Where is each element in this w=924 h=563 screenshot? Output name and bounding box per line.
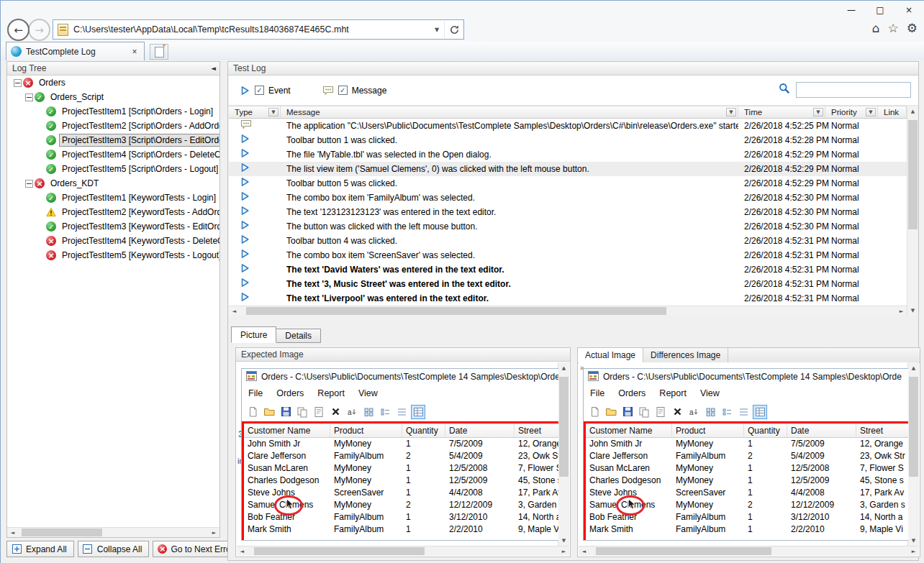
properties-icon[interactable] [653,405,668,419]
save-icon[interactable] [620,405,635,419]
log-row[interactable]: The button was clicked with the left mou… [229,219,907,234]
new-document-icon[interactable] [587,405,602,419]
large-icons-view-icon[interactable] [703,405,717,419]
grid-column-quantity[interactable]: Quantity [402,424,445,437]
details-view-icon[interactable] [411,405,425,419]
scroll-thumb[interactable] [559,377,569,477]
scroll-left-icon[interactable]: ◄ [237,546,248,556]
new-tab-button[interactable] [150,44,168,60]
menu-item-report[interactable]: Report [311,388,352,398]
sort-icon[interactable]: a [687,405,701,419]
actual-vscrollbar[interactable]: ▲▼ [907,362,919,546]
log-row[interactable]: The file 'MyTable.tbl' was selected in t… [229,147,907,162]
properties-icon[interactable] [312,405,326,419]
scroll-left-icon[interactable]: ◄ [579,546,589,556]
log-vscrollbar[interactable]: ▲▼ [907,106,918,316]
log-row[interactable]: The text '3, Music Street' was entered i… [229,277,907,291]
log-row[interactable]: The text 'Liverpool' was entered in the … [229,291,907,306]
tree-item[interactable]: ProjectTestItem2 [KeywordTests - AddOrde… [7,205,219,219]
grid-row[interactable]: Clare JeffersonFamilyAlbum25/4/200923, O… [584,450,908,462]
log-tree-hscrollbar[interactable]: ◄► [7,527,219,537]
open-icon[interactable] [604,405,618,419]
menu-item-view[interactable]: View [694,388,727,398]
grid-column-date[interactable]: Date [445,424,515,437]
log-row[interactable]: The text '123123123123' was entered in t… [229,205,907,219]
tab-differences-image[interactable]: Differences Image [643,348,728,362]
column-header-link[interactable]: Link [878,106,907,118]
scroll-down-icon[interactable]: ▼ [908,535,919,546]
tab-actual-image[interactable]: Actual Image [578,348,643,362]
scroll-left-icon[interactable]: ◄ [7,528,18,537]
list-view-icon[interactable] [736,405,751,419]
grid-row[interactable]: John Smith JrMyMoney17/5/200912, Orange [584,438,908,450]
close-icon[interactable]: × [894,2,923,18]
save-icon[interactable] [278,405,293,419]
tree-item[interactable]: ×ProjectTestItem4 [KeywordTests - Delete… [7,234,219,248]
scroll-left-icon[interactable]: ◄ [229,306,240,316]
scroll-track[interactable] [18,528,209,537]
grid-column-customer-name[interactable]: Customer Name [244,424,330,437]
menu-item-file[interactable]: File [242,388,270,398]
scroll-track[interactable] [558,373,569,535]
details-view-icon[interactable] [753,405,767,419]
filter-dropdown-icon[interactable]: ▼ [813,108,823,116]
actual-hscrollbar[interactable]: ◄► [579,546,919,556]
tree-item[interactable]: ✓Orders_Script [7,90,219,104]
column-header-type[interactable]: Type▼ [229,106,281,118]
log-row[interactable]: The text 'David Waters' was entered in t… [229,262,907,277]
scroll-track[interactable] [907,116,918,305]
grid-row[interactable]: John Smith JrMyMoney17/5/200912, Orange [242,438,558,450]
delete-icon[interactable] [328,405,343,419]
copy-icon[interactable] [295,405,309,419]
grid-row[interactable]: Clare JeffersonFamilyAlbum25/4/200923, O… [242,450,558,462]
address-bar[interactable]: C:\Users\tester\AppData\Local\Temp\tcRes… [53,19,464,40]
tree-item[interactable]: ✓ProjectTestItem1 [Script\Orders - Login… [7,104,219,119]
tree-collapse-expander[interactable] [14,79,22,87]
grid-column-customer-name[interactable]: Customer Name [586,424,672,437]
scroll-thumb[interactable] [246,307,666,315]
grid-row[interactable]: Mark SmithFamilyAlbum12/2/20109, Maple V… [242,523,558,536]
log-row[interactable]: Toolbar button 4 was clicked.2/26/2018 4… [229,234,907,248]
settings-icon[interactable]: ⚙ [907,21,918,35]
menu-item-file[interactable]: File [584,388,612,398]
browser-tab[interactable]: TestComplete Log × [6,42,145,60]
grid-row[interactable]: Susan McLarenMyMoney112/5/20087, Flower … [584,462,908,475]
maximize-icon[interactable]: □ [866,2,894,18]
log-row[interactable]: The combo box item 'ScreenSaver' was sel… [229,248,907,262]
favorites-icon[interactable]: ☆ [888,21,899,35]
scroll-track[interactable] [908,373,919,535]
filter-dropdown-icon[interactable]: ▼ [268,108,278,116]
expected-hscrollbar[interactable]: ◄► [237,546,569,556]
forward-icon[interactable]: → [28,19,50,41]
log-row[interactable]: The combo box item 'FamilyAlbum' was sel… [229,191,907,205]
grid-row[interactable]: Charles DodgesonMyMoney112/5/200945, Sto… [242,475,558,487]
grid-column-street[interactable]: Street [515,424,558,437]
menu-item-orders[interactable]: Orders [270,388,311,398]
log-row[interactable]: The list view item ('Samuel Clemens', 0)… [229,162,907,176]
sort-icon[interactable]: a [345,405,359,419]
scroll-thumb[interactable] [254,547,425,555]
large-icons-view-icon[interactable] [361,405,376,419]
scroll-right-icon[interactable]: ► [558,546,569,556]
scroll-thumb[interactable] [22,528,101,536]
message-checkbox[interactable]: ✓ [338,86,348,95]
column-header-priority[interactable]: Priority▼ [825,106,878,118]
grid-row[interactable]: Mark SmithFamilyAlbum12/2/20109, Maple V… [584,523,908,536]
tree-collapse-expander[interactable] [25,93,33,101]
expand-all-button[interactable]: Expand All [6,541,74,557]
tree-item[interactable]: ✓ProjectTestItem1 [KeywordTests - Login] [7,191,219,205]
filter-dropdown-icon[interactable]: ▼ [866,108,876,116]
tree-item[interactable]: ✓ProjectTestItem5 [Script\Orders - Logou… [7,162,219,176]
scroll-right-icon[interactable]: ► [209,528,219,537]
tree-item[interactable]: ✓ProjectTestItem3 [Script\Orders - EditO… [7,133,219,147]
open-icon[interactable] [262,405,276,419]
home-icon[interactable]: ⌂ [872,21,880,35]
back-icon[interactable]: ← [7,19,30,41]
grid-row[interactable]: Charles DodgesonMyMoney112/5/200945, Sto… [584,475,908,487]
list-view-icon[interactable] [394,405,409,419]
small-icons-view-icon[interactable] [720,405,734,419]
tree-item[interactable]: ✓ProjectTestItem4 [Script\Orders - Delet… [7,147,219,162]
column-header-message[interactable]: Message▼ [281,106,738,118]
address-dropdown-icon[interactable]: ▼ [430,27,444,33]
tab-picture[interactable]: Picture [231,326,276,343]
